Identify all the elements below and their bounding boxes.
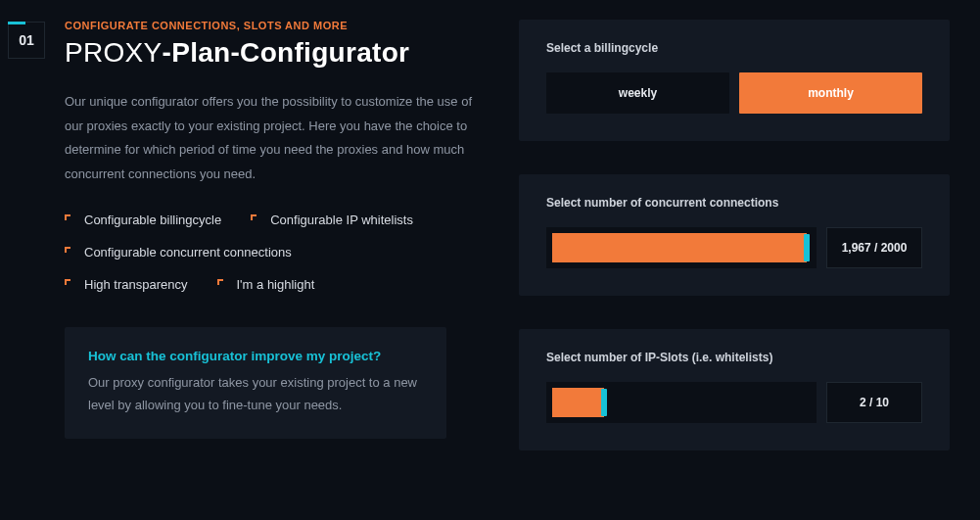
title-light: PROXY — [65, 37, 163, 68]
slider-handle-icon[interactable] — [601, 389, 607, 416]
feature-item: Configurable IP whitelists — [251, 213, 413, 227]
ipslots-slider[interactable] — [546, 382, 817, 423]
billingcycle-label: Select a billingcycle — [546, 41, 922, 55]
corner-marker-icon — [251, 214, 260, 224]
connections-label: Select number of concurrent connections — [546, 196, 922, 210]
connections-readout: 1,967 / 2000 — [826, 227, 922, 268]
billingcycle-panel: Select a billingcycle weekly monthly — [519, 20, 950, 141]
connections-panel: Select number of concurrent connections … — [519, 174, 950, 296]
description-text: Our unique configurator offers you the p… — [65, 90, 480, 187]
faq-card: How can the configurator improve my proj… — [65, 327, 446, 439]
feature-item: High transparency — [65, 277, 188, 292]
slider-handle-icon[interactable] — [804, 234, 810, 261]
feature-label: I'm a highlight — [237, 277, 315, 292]
corner-marker-icon — [217, 279, 227, 289]
corner-marker-icon — [65, 279, 74, 289]
section-eyebrow: CONFIGURATE CONNECTIONS, SLOTS AND MORE — [65, 20, 480, 31]
faq-answer: Our proxy configurator takes your existi… — [88, 371, 423, 417]
corner-marker-icon — [65, 247, 74, 257]
feature-item: I'm a highlight — [217, 277, 315, 292]
feature-label: Configurable billingcycle — [84, 213, 221, 227]
faq-question: How can the configurator improve my proj… — [88, 349, 423, 363]
ipslots-label: Select number of IP-Slots (i.e. whitelis… — [546, 351, 922, 364]
feature-item: Configurable billingcycle — [65, 213, 221, 227]
billing-option-monthly[interactable]: monthly — [739, 72, 922, 114]
ipslots-panel: Select number of IP-Slots (i.e. whitelis… — [519, 329, 950, 450]
feature-item: Configurable concurrent connections — [65, 245, 480, 260]
connections-slider[interactable] — [546, 227, 817, 268]
ipslots-readout: 2 / 10 — [826, 382, 922, 423]
feature-label: Configurable IP whitelists — [270, 213, 413, 227]
page-title: PROXY-Plan-Configurator — [65, 37, 480, 69]
feature-label: High transparency — [84, 277, 188, 292]
feature-list: Configurable billingcycle Configurable I… — [65, 213, 480, 292]
title-bold: -Plan-Configurator — [163, 37, 410, 68]
step-number-badge: 01 — [8, 22, 45, 59]
feature-label: Configurable concurrent connections — [84, 245, 292, 260]
corner-marker-icon — [65, 214, 74, 224]
billing-option-weekly[interactable]: weekly — [546, 72, 729, 114]
